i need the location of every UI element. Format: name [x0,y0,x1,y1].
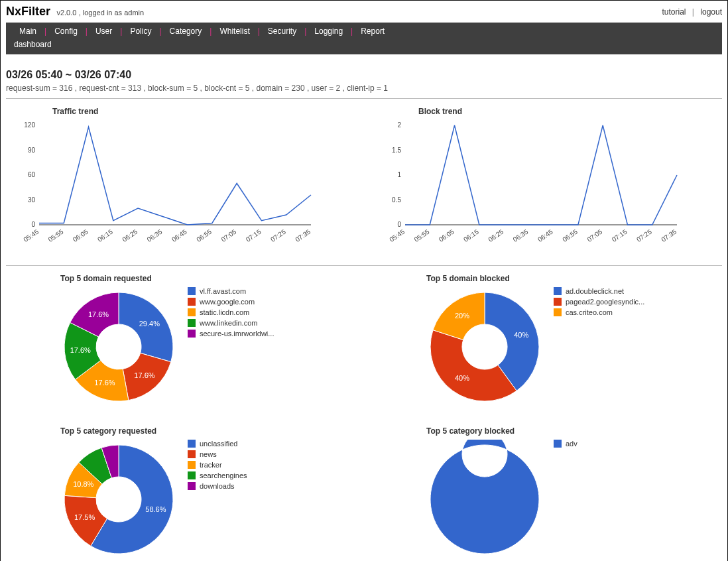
svg-text:40%: 40% [514,331,528,339]
svg-text:07:15: 07:15 [245,227,263,243]
nav-divider: | [303,27,308,36]
legend-swatch [188,440,196,448]
legend-item: unclassified [188,440,247,448]
svg-text:05:45: 05:45 [22,227,40,243]
svg-text:40%: 40% [455,374,469,382]
legend-label: ad.doubleclick.net [566,287,624,295]
nav-divider: | [84,27,89,36]
svg-text:1.5: 1.5 [392,147,401,154]
legend-item: news [188,450,247,458]
top-category-blocked-legend: adv [554,440,577,559]
top-domain-requested-legend: vl.ff.avast.comwww.google.comstatic.licd… [188,287,274,406]
svg-text:17.6%: 17.6% [134,371,154,379]
summary-stats: request-sum = 316 , request-cnt = 313 , … [6,84,722,93]
svg-text:06:35: 06:35 [146,227,164,243]
svg-text:120: 120 [24,121,35,129]
nav-divider: | [349,27,354,36]
top-domain-requested-chart: 29.4%17.6%17.6%17.6%17.6% [59,287,178,406]
svg-text:06:15: 06:15 [96,227,114,243]
top-domain-blocked-title: Top 5 domain blocked [426,274,722,283]
legend-item: adv [554,440,577,448]
legend-swatch [188,287,196,295]
nav-item-config[interactable]: Config [48,27,84,36]
brand-name: NxFilter [6,5,50,18]
nav-item-logging[interactable]: Logging [308,27,349,36]
nav-item-policy[interactable]: Policy [123,27,158,36]
nav-sub-dashboard[interactable]: dashboard [13,40,715,49]
legend-swatch [554,298,562,306]
svg-text:0.5: 0.5 [392,196,401,204]
legend-swatch [554,287,562,295]
top-category-requested-legend: unclassifiednewstrackersearchenginesdown… [188,440,247,559]
main-nav: Main|Config|User|Policy|Category|Whiteli… [6,23,722,54]
nav-item-main[interactable]: Main [13,27,43,36]
svg-text:06:25: 06:25 [487,227,505,243]
legend-label: searchengines [200,471,247,479]
svg-text:06:45: 06:45 [536,227,554,243]
svg-text:06:15: 06:15 [462,227,480,243]
legend-item: vl.ff.avast.com [188,287,274,295]
svg-text:07:15: 07:15 [611,227,629,243]
legend-item: secure-us.imrworldwi... [188,330,274,338]
legend-swatch [188,482,196,490]
legend-label: news [200,450,217,458]
svg-text:0: 0 [31,221,35,228]
legend-label: vl.ff.avast.com [200,287,246,295]
logout-link[interactable]: logout [700,7,722,17]
nav-item-whitelist[interactable]: Whitelist [213,27,256,36]
legend-swatch [188,319,196,327]
svg-text:17.6%: 17.6% [94,379,115,387]
svg-text:05:55: 05:55 [413,227,431,243]
legend-swatch [188,330,196,338]
nav-divider: | [43,27,48,36]
legend-swatch [188,471,196,479]
legend-label: pagead2.googlesyndic... [566,298,644,306]
brand-version: v2.0.0 [56,9,76,17]
svg-text:29.4%: 29.4% [139,320,160,328]
divider [6,265,722,266]
legend-label: downloads [200,482,235,490]
traffic-trend-chart: 030609012005:4505:5506:0506:1506:2506:35… [6,119,318,251]
svg-text:17.5%: 17.5% [74,513,95,521]
nav-divider: | [158,27,162,36]
legend-item: cas.criteo.com [554,308,644,316]
block-trend-chart: 00.511.5205:4505:5506:0506:1506:2506:350… [372,119,684,251]
nav-item-user[interactable]: User [89,27,119,36]
nav-divider: | [119,27,123,36]
svg-text:06:05: 06:05 [72,227,90,243]
top-category-requested-chart: 58.6%17.5%10.8% [59,440,178,559]
svg-text:06:35: 06:35 [512,227,530,243]
legend-item: searchengines [188,471,247,479]
legend-item: ad.doubleclick.net [554,287,644,295]
legend-item: downloads [188,482,247,490]
tutorial-link[interactable]: tutorial [662,7,686,17]
svg-text:06:05: 06:05 [438,227,455,243]
legend-swatch [188,298,196,306]
legend-label: adv [566,440,577,448]
top-category-blocked-title: Top 5 category blocked [426,426,722,436]
svg-text:06:55: 06:55 [561,227,579,243]
legend-label: static.licdn.com [200,308,249,316]
top-domain-requested-title: Top 5 domain requested [60,274,356,283]
svg-text:58.6%: 58.6% [145,505,166,513]
nav-divider: | [257,27,261,36]
svg-text:60: 60 [28,171,36,178]
svg-text:07:35: 07:35 [660,227,678,243]
legend-swatch [554,440,562,448]
svg-text:07:35: 07:35 [294,227,312,243]
svg-text:06:45: 06:45 [170,227,188,243]
nav-item-security[interactable]: Security [261,27,303,36]
divider [6,98,722,99]
nav-item-report[interactable]: Report [354,27,391,36]
legend-swatch [188,308,196,316]
nav-item-category[interactable]: Category [163,27,209,36]
svg-text:17.6%: 17.6% [70,346,91,354]
legend-label: www.linkedin.com [200,319,257,327]
svg-text:05:55: 05:55 [47,227,65,243]
legend-item: www.linkedin.com [188,319,274,327]
svg-text:10.8%: 10.8% [73,480,93,488]
traffic-trend-title: Traffic trend [52,107,356,116]
svg-text:30: 30 [28,196,36,204]
svg-text:2: 2 [397,121,401,129]
legend-label: www.google.com [200,298,255,306]
